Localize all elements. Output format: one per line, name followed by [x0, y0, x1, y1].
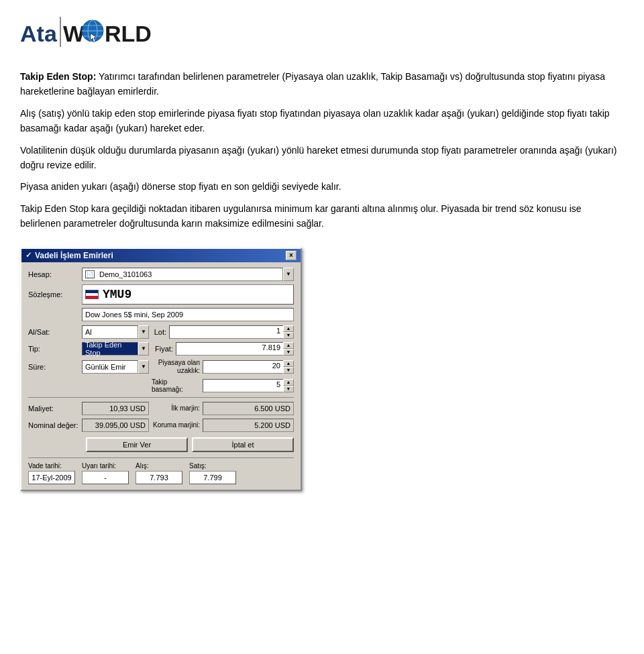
nominal-label: Nominal değer: [28, 421, 82, 429]
lot-spin-down[interactable]: ▼ [283, 332, 294, 339]
dialog-body: Hesap: 📄 Demo_3101063 ▼ Sözleşme: [21, 262, 301, 490]
lot-label: Lot: [149, 328, 169, 336]
alis-value: 7.793 [136, 471, 182, 484]
btn-spacer [28, 437, 82, 452]
paragraph-2: Alış (satış) yönlü takip eden stop emirl… [20, 106, 624, 136]
alsat-select-wrapper: Al ▼ [82, 325, 149, 339]
emir-ver-button[interactable]: Emir Ver [86, 437, 188, 452]
alsat-control: Al ▼ [82, 325, 149, 339]
vade-tarihi-value: 17-Eyl-2009 [28, 471, 75, 484]
fiyat-spin-down[interactable]: ▼ [283, 349, 294, 356]
piyasaya-value: 20 [272, 362, 280, 370]
lot-input[interactable]: 1 [169, 325, 283, 339]
takip-label: Takip basamağı: [149, 378, 203, 393]
contract-code-display[interactable]: YMU9 [82, 284, 294, 305]
ilk-marjin-control: 6.500 USD [203, 402, 294, 415]
hesap-dropdown-arrow[interactable]: ▼ [283, 268, 294, 281]
alsat-label: Al/Sat: [28, 328, 82, 336]
lot-spinner-btns: ▲ ▼ [283, 325, 294, 339]
us-flag-icon [85, 290, 99, 299]
alsat-arrow[interactable]: ▼ [138, 325, 149, 339]
fiyat-value: 7.819 [262, 343, 280, 351]
takip-input[interactable]: 5 [203, 379, 283, 392]
nominal-display: 39.095,00 USD [82, 419, 149, 432]
lot-value: 1 [276, 327, 280, 335]
maliyet-value: 10,93 USD [109, 404, 146, 413]
piyasaya-spinner-btns: ▲ ▼ [283, 360, 294, 374]
koruma-label: Koruma marjini: [149, 421, 203, 429]
paragraph-4: Piyasa aniden yukarı (aşağı) dönerse sto… [20, 179, 624, 194]
piyasaya-spin-up[interactable]: ▲ [283, 360, 294, 367]
satis-label: Satış: [189, 462, 236, 470]
nominal-koruma-row: Nominal değer: 39.095,00 USD Koruma marj… [28, 419, 294, 432]
ilk-marjin-display: 6.500 USD [203, 402, 294, 415]
paragraph-5: Takip Eden Stop kara geçildiği noktadan … [20, 201, 624, 231]
svg-text:RLD: RLD [105, 21, 152, 46]
iptal-et-button[interactable]: İptal et [192, 437, 294, 452]
takip-row: Takip basamağı: 5 ▲ ▼ [28, 378, 294, 393]
logo-header: Ata W RLD TRADER [20, 13, 624, 50]
contract-desc-control: Dow Jones 5$ mini, Sep 2009 [82, 308, 294, 321]
close-button[interactable]: × [286, 251, 297, 260]
svg-text:Ata: Ata [20, 21, 58, 46]
alsat-lot-row: Al/Sat: Al ▼ Lot: 1 [28, 325, 294, 339]
alis-col: Alış: 7.793 [136, 462, 182, 484]
alsat-display[interactable]: Al [82, 325, 138, 339]
logo-svg: Ata W RLD TRADER [20, 13, 154, 50]
fiyat-input[interactable]: 7.819 [176, 342, 283, 356]
tip-display[interactable]: Takip Eden Stop [82, 342, 138, 356]
paragraph-1: Takip Eden Stop: Yatırımcı tarafından be… [20, 69, 624, 99]
lot-spin-up[interactable]: ▲ [283, 325, 294, 332]
separator-1 [28, 397, 294, 398]
takip-spin-down[interactable]: ▼ [283, 386, 294, 392]
sozlesme-label-row: Sözleşme: YMU9 [28, 284, 294, 305]
hesap-control: 📄 Demo_3101063 ▼ [82, 268, 294, 281]
tip-arrow[interactable]: ▼ [138, 342, 149, 356]
takip-spinner-btns: ▲ ▼ [283, 379, 294, 392]
fiyat-spinner: 7.819 ▲ ▼ [176, 342, 294, 356]
piyasaya-spinner: 20 ▲ ▼ [203, 360, 294, 374]
takip-control: 5 ▲ ▼ [203, 379, 294, 392]
piyasaya-label-group: Piyasaya olan uzaklık: [149, 359, 203, 375]
nominal-value: 39.095,00 USD [95, 421, 146, 429]
maliyet-label: Maliyet: [28, 404, 82, 413]
dialog-titlebar: ✓ Vadeli İşlem Emirleri × [21, 249, 301, 262]
vade-col: Vade tarihi: 17-Eyl-2009 [28, 462, 75, 484]
contract-desc-text: Dow Jones 5$ mini, Sep 2009 [85, 311, 183, 319]
bold-intro: Takip Eden Stop: [20, 71, 96, 82]
sure-display[interactable]: Günlük Emir [82, 360, 138, 374]
dialog-wrapper: ✓ Vadeli İşlem Emirleri × Hesap: 📄 Demo_… [20, 248, 624, 491]
tip-label: Tip: [28, 345, 82, 353]
maliyet-control: 10,93 USD [82, 402, 149, 415]
titlebar-left: ✓ Vadeli İşlem Emirleri [25, 251, 113, 260]
fiyat-spin-up[interactable]: ▲ [283, 342, 294, 349]
ilk-marjin-label: İlk marjin: [149, 404, 203, 412]
checkmark-icon: ✓ [25, 251, 32, 260]
nominal-control: 39.095,00 USD [82, 419, 149, 432]
piyasaya-label1: Piyasaya olan [158, 359, 200, 367]
hesap-value: Demo_3101063 [99, 270, 152, 278]
takip-spin-up[interactable]: ▲ [283, 379, 294, 386]
hesap-label: Hesap: [28, 270, 82, 278]
separator-2 [28, 457, 294, 458]
sure-arrow[interactable]: ▼ [138, 360, 149, 374]
koruma-control: 5.200 USD [203, 419, 294, 432]
piyasaya-input[interactable]: 20 [203, 360, 283, 374]
svg-text:TRADER: TRADER [153, 21, 154, 46]
alsat-value: Al [85, 328, 92, 336]
sozlesme-label: Sözleşme: [28, 290, 82, 298]
action-buttons-row: Emir Ver İptal et [28, 437, 294, 452]
lot-control: 1 ▲ ▼ [169, 325, 294, 339]
piyasaya-spin-down[interactable]: ▼ [283, 367, 294, 374]
tip-value: Takip Eden Stop [85, 341, 135, 357]
piyasaya-control: 20 ▲ ▼ [203, 360, 294, 374]
uyari-tarihi-label: Uyarı tarihi: [82, 462, 129, 470]
takip-spinner: 5 ▲ ▼ [203, 379, 294, 392]
koruma-value: 5.200 USD [254, 421, 290, 429]
contract-description[interactable]: Dow Jones 5$ mini, Sep 2009 [82, 308, 294, 321]
hesap-display[interactable]: 📄 Demo_3101063 [82, 268, 283, 281]
fiyat-control: 7.819 ▲ ▼ [176, 342, 294, 356]
satis-col: Satış: 7.799 [189, 462, 236, 484]
hesap-row: Hesap: 📄 Demo_3101063 ▼ [28, 268, 294, 281]
sure-select-wrapper: Günlük Emir ▼ [82, 360, 149, 374]
